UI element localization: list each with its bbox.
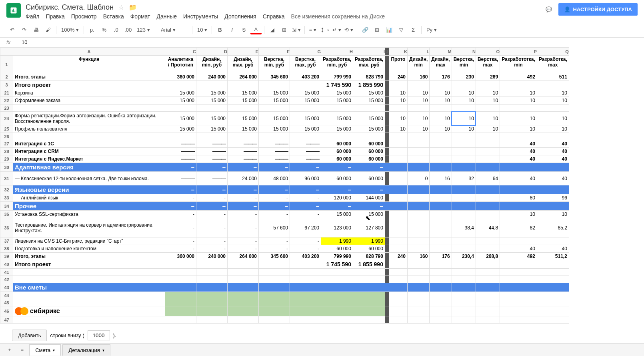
- cell[interactable]: [476, 211, 500, 218]
- cell[interactable]: [389, 283, 407, 292]
- cell[interactable]: [537, 163, 569, 172]
- cell[interactable]: Итого проект: [13, 260, 165, 269]
- increase-decimal-button[interactable]: .00: [122, 24, 134, 36]
- cell[interactable]: [407, 105, 429, 112]
- menu-дополнения[interactable]: Дополнения: [224, 13, 256, 20]
- paint-format-button[interactable]: 🖌: [42, 24, 54, 36]
- chart-button[interactable]: 📊: [384, 24, 395, 36]
- cell[interactable]: 40: [500, 245, 537, 253]
- cell[interactable]: 1 745 590: [321, 81, 353, 89]
- cell[interactable]: [259, 292, 290, 299]
- cell[interactable]: [389, 237, 407, 245]
- cell[interactable]: 120 000: [321, 194, 353, 202]
- row-header[interactable]: 30: [0, 163, 13, 172]
- cell[interactable]: [353, 316, 385, 324]
- header-cell[interactable]: Верстка, max: [476, 56, 500, 73]
- cell[interactable]: 269: [476, 73, 500, 81]
- cell[interactable]: 16: [430, 172, 452, 185]
- cell[interactable]: [500, 269, 537, 276]
- cell[interactable]: [165, 316, 196, 324]
- menu-вставка[interactable]: Вставка: [103, 13, 124, 20]
- cell[interactable]: [385, 125, 389, 133]
- sheet-tab[interactable]: Детализация ▾: [62, 344, 110, 356]
- cell[interactable]: 15 000: [321, 97, 353, 105]
- rotate-button[interactable]: ⟲ ▾: [343, 24, 354, 36]
- row-header[interactable]: 32: [0, 185, 13, 194]
- cell[interactable]: [228, 276, 259, 283]
- row-header[interactable]: 39: [0, 253, 13, 260]
- cell[interactable]: [452, 237, 476, 245]
- cell[interactable]: 80: [500, 194, 537, 202]
- cell[interactable]: [452, 306, 476, 316]
- cell[interactable]: -: [290, 194, 321, 202]
- cell[interactable]: [196, 283, 228, 292]
- cell[interactable]: 10: [537, 211, 569, 218]
- cell[interactable]: [407, 292, 429, 299]
- cell[interactable]: [430, 218, 452, 237]
- cell[interactable]: 96: [537, 194, 569, 202]
- cell[interactable]: [165, 260, 196, 269]
- cell[interactable]: [385, 105, 389, 112]
- cell[interactable]: 60 000: [321, 155, 353, 163]
- cell[interactable]: [385, 245, 389, 253]
- cell[interactable]: [452, 163, 476, 172]
- cell[interactable]: [537, 185, 569, 194]
- cell[interactable]: [228, 81, 259, 89]
- cell[interactable]: 176: [430, 253, 452, 260]
- rows-count-input[interactable]: [88, 330, 110, 340]
- row-header[interactable]: 44: [0, 292, 13, 299]
- cell[interactable]: [537, 316, 569, 324]
- cell[interactable]: [389, 260, 407, 269]
- cell[interactable]: 38,4: [452, 218, 476, 237]
- cell[interactable]: [430, 299, 452, 306]
- row-header[interactable]: 21: [0, 89, 13, 97]
- row-header[interactable]: 1: [0, 56, 13, 73]
- cell[interactable]: [389, 155, 407, 163]
- cell[interactable]: -: [165, 211, 196, 218]
- cell[interactable]: [13, 299, 165, 306]
- cell[interactable]: Прочее: [13, 202, 165, 211]
- row-header[interactable]: 37: [0, 237, 13, 245]
- cell[interactable]: [476, 105, 500, 112]
- cell[interactable]: [321, 276, 353, 283]
- cell[interactable]: 85,2: [537, 218, 569, 237]
- cell[interactable]: 403 200: [290, 73, 321, 81]
- cell[interactable]: [385, 202, 389, 211]
- cell[interactable]: [290, 269, 321, 276]
- cell[interactable]: 10: [430, 97, 452, 105]
- cell[interactable]: Адаптивная версия: [13, 163, 165, 172]
- cell[interactable]: [385, 253, 389, 260]
- cell[interactable]: [259, 316, 290, 324]
- header-cell[interactable]: [385, 56, 389, 73]
- cell[interactable]: ———: [165, 172, 196, 185]
- cell[interactable]: 60 000: [321, 245, 353, 253]
- cell[interactable]: [389, 276, 407, 283]
- cell[interactable]: –: [196, 163, 228, 172]
- cell[interactable]: [290, 292, 321, 299]
- col-header[interactable]: E: [228, 48, 259, 56]
- cell[interactable]: ———: [290, 140, 321, 148]
- redo-button[interactable]: ↷: [18, 24, 30, 36]
- cell[interactable]: 264 000: [228, 73, 259, 81]
- menu-справка[interactable]: Справка: [263, 13, 285, 20]
- cell[interactable]: [228, 133, 259, 140]
- row-header[interactable]: 36: [0, 218, 13, 237]
- cell[interactable]: [407, 185, 429, 194]
- v-align-button[interactable]: ⭥ ▾: [319, 24, 330, 36]
- cell[interactable]: [385, 73, 389, 81]
- cell[interactable]: 40: [537, 245, 569, 253]
- cell[interactable]: 60 000: [321, 140, 353, 148]
- cell[interactable]: 10: [500, 97, 537, 105]
- cell[interactable]: 15 000: [228, 89, 259, 97]
- cell[interactable]: –: [228, 163, 259, 172]
- cell[interactable]: 40: [500, 155, 537, 163]
- cell[interactable]: [537, 81, 569, 89]
- cell[interactable]: [537, 276, 569, 283]
- cell[interactable]: 10: [389, 125, 407, 133]
- cell[interactable]: –: [259, 185, 290, 194]
- cell[interactable]: Корзина: [13, 89, 165, 97]
- fill-color-button[interactable]: ◢: [267, 24, 278, 36]
- cell[interactable]: Итого проект: [13, 81, 165, 89]
- cell[interactable]: ———: [228, 140, 259, 148]
- cell[interactable]: [13, 316, 165, 324]
